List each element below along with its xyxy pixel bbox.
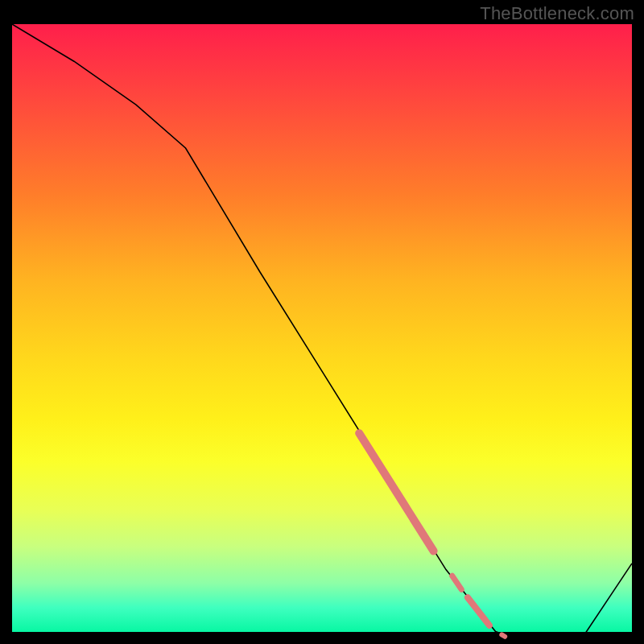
chart-frame: TheBottleneck.com [0, 0, 644, 644]
highlight-segment [468, 597, 489, 625]
highlight-segment [502, 634, 505, 636]
chart-overlay-svg [12, 24, 632, 644]
attribution-label: TheBottleneck.com [480, 3, 634, 24]
highlight-segment [452, 576, 462, 589]
bottleneck-curve [12, 24, 632, 641]
highlight-segments [359, 433, 505, 637]
plot-area [12, 24, 632, 632]
highlight-segment [359, 433, 433, 551]
